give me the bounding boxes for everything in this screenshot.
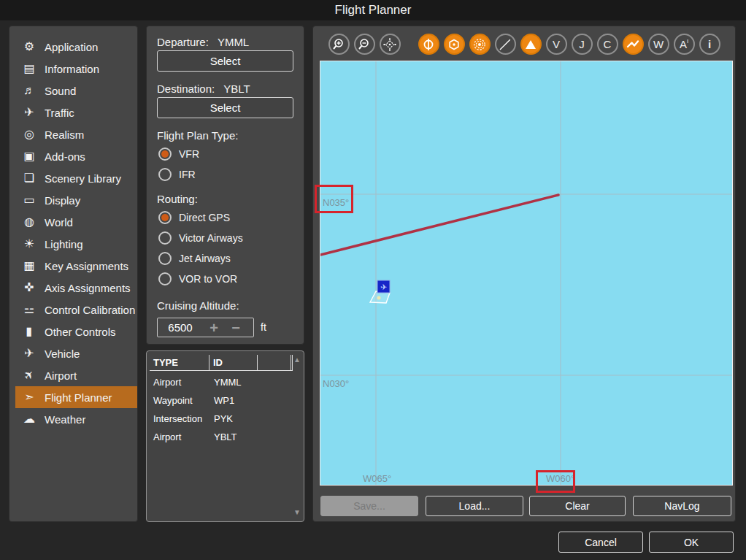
cell-type: Intersection	[150, 413, 209, 424]
sidebar-item-scenery-library[interactable]: ❏Scenery Library	[15, 167, 137, 189]
destination-select-button[interactable]: Select	[157, 97, 293, 118]
jet-airways-filter-button[interactable]: J	[572, 34, 593, 55]
sidebar-item-axis-assignments[interactable]: ✜Axis Assignments	[15, 277, 137, 299]
table-row[interactable]: Airport YBLT	[150, 428, 293, 446]
sidebar-item-airport[interactable]: ✈Airport	[15, 364, 137, 386]
info-button[interactable]: i	[699, 34, 720, 55]
radio-circle[interactable]	[158, 231, 172, 245]
title-bar: Flight Planner	[0, 0, 746, 20]
cell-id: YMML	[209, 377, 242, 388]
flight-plan-route-icon	[626, 38, 639, 51]
airport-plane-icon: ✈	[20, 366, 39, 386]
radio-circle[interactable]	[158, 168, 172, 181]
joystick-icon: ✜	[21, 282, 37, 294]
departure-label: Departure:	[157, 36, 209, 48]
sidebar-item-application[interactable]: ⚙Application	[15, 36, 137, 58]
radio-victor-airways[interactable]: Victor Airways	[158, 229, 243, 247]
radio-circle[interactable]	[158, 211, 172, 224]
scroll-down-icon[interactable]: ▼	[293, 509, 301, 516]
sidebar-item-other-controls[interactable]: ▮Other Controls	[15, 321, 137, 342]
sidebar-item-label: Traffic	[45, 107, 74, 119]
sidebar-item-traffic[interactable]: ✈Traffic	[15, 101, 137, 123]
route-line	[320, 195, 558, 255]
cruising-altitude-stepper: 6500 + −	[157, 318, 254, 337]
annotation-box-n035	[315, 185, 353, 213]
sidebar-item-label: Sound	[45, 85, 76, 97]
load-button[interactable]: Load...	[426, 496, 523, 516]
mouse-icon: ▮	[21, 326, 37, 337]
approaches-sup: I	[687, 38, 688, 45]
radio-vfr[interactable]: VFR	[158, 145, 199, 163]
victor-airways-filter-button[interactable]: V	[546, 34, 567, 55]
ndb-rings-icon	[473, 38, 486, 51]
sidebar-item-key-assignments[interactable]: ▦Key Assignments	[15, 255, 137, 277]
altitude-decrement-button[interactable]: −	[225, 320, 247, 336]
sidebar-item-display[interactable]: ▭Display	[15, 189, 137, 211]
destination-label: Destination:	[157, 83, 215, 95]
flight-plan-filter-button[interactable]	[623, 34, 644, 55]
radio-circle[interactable]	[158, 147, 172, 161]
table-row[interactable]: Waypoint WP1	[150, 391, 293, 410]
route-icon: ➣	[21, 391, 37, 403]
planes-icon: ✈	[21, 107, 37, 118]
intersections-filter-button[interactable]	[520, 34, 542, 55]
flight-plan-form: Departure: YMML Select Destination: YBLT…	[146, 26, 304, 345]
vor-filter-button[interactable]	[444, 34, 465, 55]
airspace-filter-button[interactable]: C	[597, 34, 618, 55]
radio-ifr[interactable]: IFR	[158, 166, 196, 183]
ils-filter-button[interactable]	[495, 34, 516, 55]
sidebar-item-label: Flight Planner	[45, 391, 112, 404]
sidebar-item-label: Weather	[45, 413, 85, 426]
sidebar-item-label: Information	[45, 63, 99, 75]
sidebar-item-sound[interactable]: ♬Sound	[15, 80, 137, 101]
save-button[interactable]: Save...	[320, 496, 418, 516]
monitor-icon: ▭	[21, 194, 37, 206]
cancel-button[interactable]: Cancel	[558, 532, 643, 553]
airports-filter-button[interactable]	[418, 34, 439, 55]
sidebar-item-label: Key Assignments	[45, 260, 128, 272]
column-header-type[interactable]: TYPE	[150, 355, 209, 370]
sidebar-item-label: Realism	[45, 129, 84, 141]
sidebar-item-flight-planner[interactable]: ➣Flight Planner	[15, 386, 137, 408]
sidebar-item-realism[interactable]: ◎Realism	[15, 123, 137, 145]
sidebar-item-weather[interactable]: ☁Weather	[15, 408, 137, 430]
ndb-filter-button[interactable]	[469, 34, 491, 55]
scroll-up-icon[interactable]: ▲	[293, 356, 301, 364]
departure-select-button[interactable]: Select	[157, 50, 293, 72]
sidebar-item-world[interactable]: ◍World	[15, 211, 137, 233]
sidebar-item-vehicle[interactable]: ✈Vehicle	[15, 342, 137, 364]
intersection-triangle-icon	[524, 38, 537, 51]
radio-vor-to-vor[interactable]: VOR to VOR	[158, 270, 237, 288]
clear-button[interactable]: Clear	[529, 496, 626, 516]
sidebar-item-label: Vehicle	[45, 348, 80, 360]
departure-airport-marker: ✈	[370, 280, 390, 303]
cruising-altitude-value: 6500	[158, 321, 203, 334]
cruising-altitude-label: Cruising Altitude:	[157, 299, 239, 312]
column-header-id[interactable]: ID	[209, 355, 258, 370]
map-canvas[interactable]: ✈ N035° N030° W065° W060°	[320, 61, 733, 486]
sliders-icon: ⚍	[21, 304, 37, 315]
sidebar-item-label: Add-ons	[45, 150, 85, 163]
globe-icon: ◍	[21, 216, 37, 228]
table-row[interactable]: Airport YMML	[150, 373, 293, 391]
zoom-out-button[interactable]	[354, 34, 375, 55]
altitude-increment-button[interactable]: +	[203, 320, 225, 336]
radio-jet-airways[interactable]: Jet Airways	[158, 250, 231, 267]
center-map-button[interactable]	[380, 34, 401, 55]
sidebar-item-information[interactable]: ▤Information	[15, 58, 137, 80]
approaches-filter-button[interactable]: AI	[674, 34, 695, 55]
sidebar-item-label: Airport	[45, 369, 77, 382]
weather-stations-filter-button[interactable]: W	[648, 34, 669, 55]
radio-circle[interactable]	[158, 272, 172, 285]
radio-circle[interactable]	[158, 252, 172, 265]
ok-button[interactable]: OK	[649, 532, 734, 553]
zoom-in-button[interactable]	[328, 34, 350, 55]
sidebar-item-add-ons[interactable]: ▣Add-ons	[15, 145, 137, 167]
routing-label: Routing:	[157, 193, 198, 205]
table-row[interactable]: Intersection PYK	[150, 410, 293, 428]
sidebar-item-control-calibration[interactable]: ⚍Control Calibration	[15, 299, 137, 321]
sidebar-item-lighting[interactable]: ☀Lighting	[15, 233, 137, 255]
navlog-button[interactable]: NavLog	[633, 496, 731, 516]
sidebar-item-label: World	[45, 216, 73, 229]
radio-direct-gps[interactable]: Direct GPS	[158, 209, 230, 226]
